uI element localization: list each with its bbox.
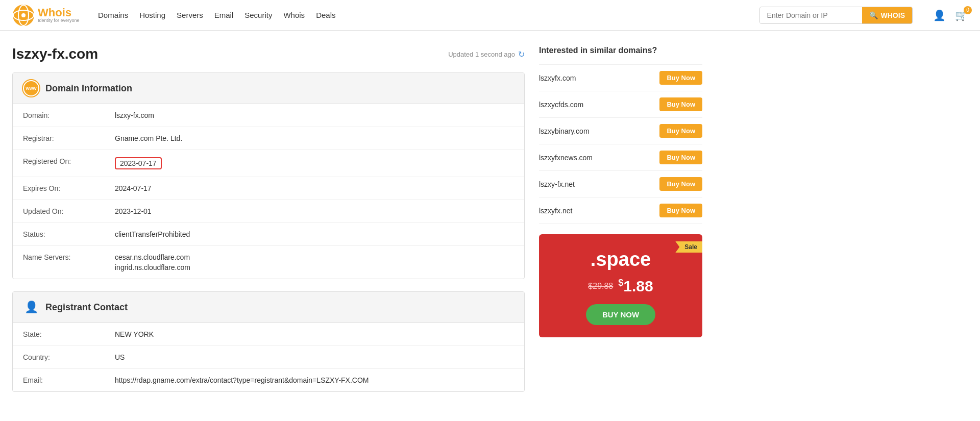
nav-deals[interactable]: Deals <box>316 9 335 21</box>
registered-on-label: Registered On: <box>23 157 115 169</box>
domain-value: lszxy-fx.com <box>115 111 154 119</box>
nameserver-1: cesar.ns.cloudflare.com <box>115 253 190 261</box>
search-btn-label: WHOIS <box>881 11 905 19</box>
buy-btn-4[interactable]: Buy Now <box>659 177 702 191</box>
domain-info-body: Domain: lszxy-fx.com Registrar: Gname.co… <box>13 104 524 279</box>
search-input[interactable] <box>760 7 862 23</box>
refresh-icon[interactable]: ↻ <box>518 49 525 59</box>
similar-domain-1: lszxycfds.com Buy Now <box>539 91 702 118</box>
updated-text: Updated 1 second ago <box>448 51 515 58</box>
nav-domains[interactable]: Domains <box>98 9 128 21</box>
sale-badge: Sale <box>675 241 702 253</box>
sale-currency: $ <box>618 278 623 288</box>
registrar-label: Registrar: <box>23 134 115 142</box>
domain-label: Domain: <box>23 111 115 119</box>
nameservers-row: Name Servers: cesar.ns.cloudflare.com in… <box>13 246 524 279</box>
svg-point-3 <box>21 13 26 17</box>
buy-btn-2[interactable]: Buy Now <box>659 124 702 138</box>
sale-buy-button[interactable]: BUY NOW <box>586 304 655 325</box>
sale-domain-ext: .space <box>549 249 692 270</box>
buy-btn-0[interactable]: Buy Now <box>659 71 702 85</box>
content-area: lszxy-fx.com Updated 1 second ago ↻ www … <box>12 46 525 404</box>
similar-domain-name-3: lszxyfxnews.com <box>539 154 593 162</box>
similar-domain-5: lszxyfx.net Buy Now <box>539 197 702 224</box>
domain-row: Domain: lszxy-fx.com <box>13 104 524 127</box>
similar-domain-3: lszxyfxnews.com Buy Now <box>539 144 702 171</box>
nameservers-label: Name Servers: <box>23 253 115 271</box>
sale-price-row: $29.88 $1.88 <box>549 278 692 295</box>
registrar-row: Registrar: Gname.com Pte. Ltd. <box>13 127 524 150</box>
sidebar: Interested in similar domains? lszxyfx.c… <box>539 46 702 404</box>
status-label: Status: <box>23 230 115 238</box>
updated-row: Updated 1 second ago ↻ <box>448 49 525 59</box>
registrant-header: 👤 Registrant Contact <box>13 292 524 323</box>
status-row: Status: clientTransferProhibited <box>13 223 524 246</box>
updated-on-row: Updated On: 2023-12-01 <box>13 200 524 223</box>
cart-button[interactable]: 🛒 0 <box>955 9 968 21</box>
registrar-value: Gname.com Pte. Ltd. <box>115 134 182 142</box>
similar-domains-list: lszxyfx.com Buy Now lszxycfds.com Buy No… <box>539 64 702 224</box>
registered-on-row: Registered On: 2023-07-17 <box>13 150 524 177</box>
cart-badge: 0 <box>964 6 972 14</box>
search-button[interactable]: 🔍 WHOIS <box>862 7 912 23</box>
logo-icon <box>12 4 35 27</box>
expires-on-row: Expires On: 2024-07-17 <box>13 177 524 200</box>
similar-domain-0: lszxyfx.com Buy Now <box>539 64 702 91</box>
sale-old-price: $29.88 <box>588 282 613 291</box>
nameservers-values: cesar.ns.cloudflare.com ingrid.ns.cloudf… <box>115 253 190 271</box>
search-icon: 🔍 <box>869 11 878 19</box>
nav-icons: 👤 🛒 0 <box>933 9 968 21</box>
sale-card: Sale .space $29.88 $1.88 BUY NOW <box>539 234 702 337</box>
nameserver-2: ingrid.ns.cloudflare.com <box>115 263 190 271</box>
user-icon: 👤 <box>933 10 946 21</box>
similar-domain-name-1: lszxycfds.com <box>539 101 583 109</box>
page-title: lszxy-fx.com <box>12 46 98 62</box>
page-title-row: lszxy-fx.com Updated 1 second ago ↻ <box>12 46 525 62</box>
registered-on-value: 2023-07-17 <box>115 157 162 169</box>
similar-domain-name-0: lszxyfx.com <box>539 74 576 82</box>
country-row: Country: US <box>13 346 524 369</box>
domain-info-title: Domain Information <box>45 83 132 94</box>
nav-hosting[interactable]: Hosting <box>139 9 165 21</box>
state-value: NEW YORK <box>115 330 154 338</box>
similar-domain-name-5: lszxyfx.net <box>539 207 572 215</box>
expires-on-value: 2024-07-17 <box>115 184 152 192</box>
buy-btn-5[interactable]: Buy Now <box>659 204 702 217</box>
main-container: lszxy-fx.com Updated 1 second ago ↻ www … <box>0 31 715 416</box>
sale-new-price: $1.88 <box>618 278 653 295</box>
updated-on-label: Updated On: <box>23 207 115 215</box>
user-button[interactable]: 👤 <box>933 9 946 21</box>
logo-whois-text: Whois <box>38 7 80 18</box>
registrant-card: 👤 Registrant Contact State: NEW YORK Cou… <box>12 291 525 392</box>
logo-tagline: Identity for everyone <box>38 18 80 23</box>
status-value: clientTransferProhibited <box>115 230 190 238</box>
logo[interactable]: Whois Identity for everyone <box>12 4 84 27</box>
buy-btn-1[interactable]: Buy Now <box>659 97 702 111</box>
nav-whois[interactable]: Whois <box>283 9 305 21</box>
similar-domain-name-2: lszxybinary.com <box>539 127 590 135</box>
navbar: Whois Identity for everyone Domains Host… <box>0 0 980 31</box>
country-value: US <box>115 353 125 361</box>
nav-servers[interactable]: Servers <box>177 9 203 21</box>
similar-domain-2: lszxybinary.com Buy Now <box>539 118 702 144</box>
country-label: Country: <box>23 353 115 361</box>
nav-links: Domains Hosting Servers Email Security W… <box>98 9 745 21</box>
state-label: State: <box>23 330 115 338</box>
search-area: 🔍 WHOIS <box>760 7 913 24</box>
registrant-title: Registrant Contact <box>45 302 128 313</box>
www-icon: www <box>23 80 39 96</box>
sidebar-title: Interested in similar domains? <box>539 46 702 55</box>
person-icon: 👤 <box>23 299 39 315</box>
updated-on-value: 2023-12-01 <box>115 207 152 215</box>
email-label: Email: <box>23 376 115 384</box>
email-value: https://rdap.gname.com/extra/contact?typ… <box>115 376 369 384</box>
email-row: Email: https://rdap.gname.com/extra/cont… <box>13 369 524 391</box>
similar-domain-4: lszxy-fx.net Buy Now <box>539 171 702 197</box>
similar-domain-name-4: lszxy-fx.net <box>539 180 575 188</box>
nav-email[interactable]: Email <box>214 9 234 21</box>
registrant-body: State: NEW YORK Country: US Email: https… <box>13 323 524 391</box>
state-row: State: NEW YORK <box>13 323 524 346</box>
buy-btn-3[interactable]: Buy Now <box>659 151 702 164</box>
nav-security[interactable]: Security <box>244 9 272 21</box>
sale-new-price-value: 1.88 <box>623 278 653 294</box>
